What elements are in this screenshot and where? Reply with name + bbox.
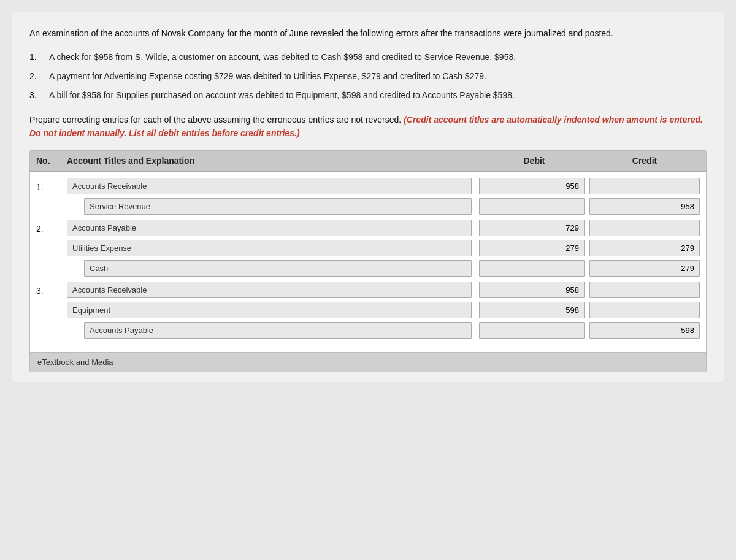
item-2-num: 2. [29,70,49,83]
debit-input[interactable] [479,178,585,194]
entry-1b-title-field[interactable] [67,198,479,215]
entry-2c-debit-field[interactable] [479,260,589,277]
entry-2-credit-field[interactable] [589,220,700,236]
credit-input[interactable] [589,178,700,194]
footer-label: eTextbook and Media [37,358,113,367]
item-3-num: 3. [29,89,49,102]
entry-2-num: 2. [36,221,67,234]
header-debit: Debit [479,156,589,166]
table-row: 1. [36,178,700,194]
numbered-items-list: 1. A check for $958 from S. Wilde, a cus… [29,51,707,102]
account-title-input[interactable] [67,302,472,318]
item-1-num: 1. [29,51,49,64]
entry-3b-title-field[interactable] [67,302,479,318]
account-title-input[interactable] [67,282,472,298]
entry-num-empty [36,309,67,311]
debit-input[interactable] [479,198,585,215]
entry-num-empty [36,329,67,331]
instructions-paragraph: Prepare correcting entries for each of t… [29,113,707,140]
entry-group-3: 3. [36,282,700,339]
table-row [36,198,700,215]
list-item: 2. A payment for Advertising Expense cos… [29,70,707,83]
entry-3-debit-field[interactable] [479,282,589,298]
entry-3c-credit-field[interactable] [589,322,700,339]
entry-3c-title-field[interactable] [67,322,479,339]
table-row [36,322,700,339]
entry-1b-credit-field[interactable] [589,198,700,215]
entry-1-credit-field[interactable] [589,178,700,194]
entry-num-empty [36,267,67,269]
credit-input[interactable] [589,322,700,339]
table-header: No. Account Titles and Explanation Debit… [30,151,706,172]
table-row: 3. [36,282,700,298]
credit-input[interactable] [589,260,700,277]
entry-3-credit-field[interactable] [589,282,700,298]
entry-num-empty [36,205,67,207]
account-title-input[interactable] [84,198,472,215]
credit-input[interactable] [589,220,700,236]
entry-group-2: 2. [36,220,700,277]
list-item: 1. A check for $958 from S. Wilde, a cus… [29,51,707,64]
entry-2b-credit-field[interactable] [589,240,700,256]
entry-2c-credit-field[interactable] [589,260,700,277]
item-2-text: A payment for Advertising Expense costin… [49,70,486,83]
table-footer: eTextbook and Media [30,352,706,372]
entry-3c-debit-field[interactable] [479,322,589,339]
entry-2-title-field[interactable] [67,220,479,236]
credit-input[interactable] [589,282,700,298]
table-row [36,240,700,256]
debit-input[interactable] [479,322,585,339]
entry-num-empty [36,247,67,249]
entry-1b-debit-field[interactable] [479,198,589,215]
item-1-text: A check for $958 from S. Wilde, a custom… [49,51,516,64]
entry-group-1: 1. [36,178,700,215]
header-account-title: Account Titles and Explanation [67,156,479,166]
instructions-main: Prepare correcting entries for each of t… [29,115,401,125]
entry-1-title-field[interactable] [67,178,479,194]
account-title-input[interactable] [84,322,472,339]
table-row [36,302,700,318]
table-row [36,260,700,277]
header-credit: Credit [589,156,700,166]
entry-1-num: 1. [36,180,67,192]
header-no: No. [36,156,67,166]
list-item: 3. A bill for $958 for Supplies purchase… [29,89,707,102]
account-title-input[interactable] [84,260,472,277]
debit-input[interactable] [479,240,585,256]
journal-table: No. Account Titles and Explanation Debit… [29,150,707,372]
account-title-input[interactable] [67,178,472,194]
entry-3-title-field[interactable] [67,282,479,298]
account-title-input[interactable] [67,220,472,236]
entry-2b-title-field[interactable] [67,240,479,256]
entry-3b-credit-field[interactable] [589,302,700,318]
intro-paragraph: An examination of the accounts of Novak … [29,27,707,40]
credit-input[interactable] [589,240,700,256]
debit-input[interactable] [479,260,585,277]
debit-input[interactable] [479,220,585,236]
entry-2b-debit-field[interactable] [479,240,589,256]
credit-input[interactable] [589,302,700,318]
credit-input[interactable] [589,198,700,215]
item-3-text: A bill for $958 for Supplies purchased o… [49,89,515,102]
table-row: 2. [36,220,700,236]
entry-3b-debit-field[interactable] [479,302,589,318]
entry-2c-title-field[interactable] [67,260,479,277]
page-container: An examination of the accounts of Novak … [12,12,724,382]
table-body: 1. [30,172,706,347]
entry-2-debit-field[interactable] [479,220,589,236]
debit-input[interactable] [479,302,585,318]
entry-1-debit-field[interactable] [479,178,589,194]
account-title-input[interactable] [67,240,472,256]
debit-input[interactable] [479,282,585,298]
entry-3-num: 3. [36,283,67,296]
